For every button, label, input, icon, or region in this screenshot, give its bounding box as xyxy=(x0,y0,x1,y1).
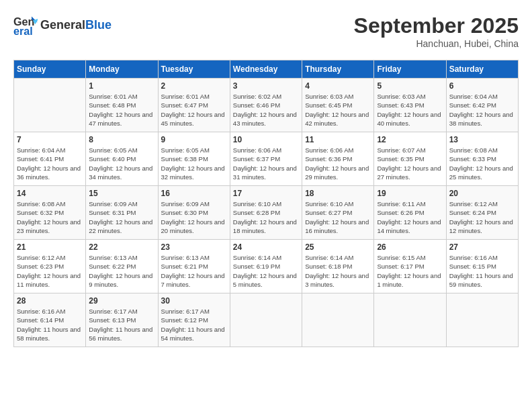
day-info: Sunrise: 6:06 AM Sunset: 6:36 PM Dayligh… xyxy=(305,146,371,181)
logo: Gen eral GeneralBlue xyxy=(13,13,112,38)
calendar-week-row: 1Sunrise: 6:01 AM Sunset: 6:48 PM Daylig… xyxy=(14,79,519,132)
day-of-week-header: Thursday xyxy=(302,60,374,79)
day-info: Sunrise: 6:01 AM Sunset: 6:47 PM Dayligh… xyxy=(161,92,227,128)
day-number: 29 xyxy=(89,296,154,306)
calendar-cell: 22Sunrise: 6:13 AM Sunset: 6:22 PM Dayli… xyxy=(86,240,158,293)
day-number: 11 xyxy=(305,135,371,144)
calendar-body: 1Sunrise: 6:01 AM Sunset: 6:48 PM Daylig… xyxy=(14,79,519,347)
day-number: 8 xyxy=(89,135,154,144)
day-info: Sunrise: 6:16 AM Sunset: 6:15 PM Dayligh… xyxy=(449,253,515,289)
day-info: Sunrise: 6:09 AM Sunset: 6:31 PM Dayligh… xyxy=(89,199,154,235)
day-info: Sunrise: 6:08 AM Sunset: 6:33 PM Dayligh… xyxy=(449,146,515,181)
day-number: 17 xyxy=(233,189,299,198)
day-number: 1 xyxy=(89,81,154,91)
day-info: Sunrise: 6:08 AM Sunset: 6:32 PM Dayligh… xyxy=(17,199,83,235)
day-number: 25 xyxy=(305,242,371,252)
calendar-cell: 11Sunrise: 6:06 AM Sunset: 6:36 PM Dayli… xyxy=(302,132,374,186)
calendar-cell: 20Sunrise: 6:12 AM Sunset: 6:24 PM Dayli… xyxy=(446,186,518,240)
calendar-cell: 8Sunrise: 6:05 AM Sunset: 6:40 PM Daylig… xyxy=(86,132,158,186)
calendar-cell: 5Sunrise: 6:03 AM Sunset: 6:43 PM Daylig… xyxy=(374,79,446,132)
calendar-week-row: 21Sunrise: 6:12 AM Sunset: 6:23 PM Dayli… xyxy=(14,240,519,293)
day-info: Sunrise: 6:17 AM Sunset: 6:12 PM Dayligh… xyxy=(161,307,227,342)
calendar-cell: 26Sunrise: 6:15 AM Sunset: 6:17 PM Dayli… xyxy=(374,240,446,293)
svg-text:eral: eral xyxy=(13,25,33,37)
day-number: 22 xyxy=(89,242,154,252)
calendar-cell: 27Sunrise: 6:16 AM Sunset: 6:15 PM Dayli… xyxy=(446,240,518,293)
day-info: Sunrise: 6:09 AM Sunset: 6:30 PM Dayligh… xyxy=(161,199,227,235)
day-of-week-row: SundayMondayTuesdayWednesdayThursdayFrid… xyxy=(14,60,519,79)
calendar-cell xyxy=(230,293,302,347)
calendar-cell: 12Sunrise: 6:07 AM Sunset: 6:35 PM Dayli… xyxy=(374,132,446,186)
day-number: 9 xyxy=(161,135,227,144)
day-number: 3 xyxy=(233,81,299,91)
day-number: 5 xyxy=(377,81,443,91)
day-of-week-header: Tuesday xyxy=(158,60,230,79)
calendar-cell: 4Sunrise: 6:03 AM Sunset: 6:45 PM Daylig… xyxy=(302,79,374,132)
day-number: 6 xyxy=(449,81,515,91)
day-number: 19 xyxy=(377,189,443,198)
day-number: 20 xyxy=(449,189,515,198)
day-info: Sunrise: 6:13 AM Sunset: 6:22 PM Dayligh… xyxy=(89,253,154,289)
calendar-cell: 24Sunrise: 6:14 AM Sunset: 6:19 PM Dayli… xyxy=(230,240,302,293)
day-number: 23 xyxy=(161,242,227,252)
day-info: Sunrise: 6:05 AM Sunset: 6:40 PM Dayligh… xyxy=(89,146,154,181)
day-info: Sunrise: 6:05 AM Sunset: 6:38 PM Dayligh… xyxy=(161,146,227,181)
day-number: 26 xyxy=(377,242,443,252)
calendar-cell: 15Sunrise: 6:09 AM Sunset: 6:31 PM Dayli… xyxy=(86,186,158,240)
calendar-cell: 6Sunrise: 6:04 AM Sunset: 6:42 PM Daylig… xyxy=(446,79,518,132)
day-number: 12 xyxy=(377,135,443,144)
day-info: Sunrise: 6:16 AM Sunset: 6:14 PM Dayligh… xyxy=(17,307,83,342)
day-info: Sunrise: 6:01 AM Sunset: 6:48 PM Dayligh… xyxy=(89,92,154,128)
day-info: Sunrise: 6:14 AM Sunset: 6:18 PM Dayligh… xyxy=(305,253,371,289)
day-number: 10 xyxy=(233,135,299,144)
day-info: Sunrise: 6:06 AM Sunset: 6:37 PM Dayligh… xyxy=(233,146,299,181)
calendar-cell: 2Sunrise: 6:01 AM Sunset: 6:47 PM Daylig… xyxy=(158,79,230,132)
calendar-cell: 7Sunrise: 6:04 AM Sunset: 6:41 PM Daylig… xyxy=(14,132,86,186)
day-of-week-header: Monday xyxy=(86,60,158,79)
day-info: Sunrise: 6:10 AM Sunset: 6:28 PM Dayligh… xyxy=(233,199,299,235)
day-of-week-header: Saturday xyxy=(446,60,518,79)
day-info: Sunrise: 6:07 AM Sunset: 6:35 PM Dayligh… xyxy=(377,146,443,181)
day-number: 24 xyxy=(233,242,299,252)
day-number: 30 xyxy=(161,296,227,306)
day-info: Sunrise: 6:04 AM Sunset: 6:41 PM Dayligh… xyxy=(17,146,83,181)
calendar-cell: 21Sunrise: 6:12 AM Sunset: 6:23 PM Dayli… xyxy=(14,240,86,293)
logo-line1: GeneralBlue xyxy=(40,18,112,33)
day-info: Sunrise: 6:15 AM Sunset: 6:17 PM Dayligh… xyxy=(377,253,443,289)
day-number: 15 xyxy=(89,189,154,198)
calendar-cell: 16Sunrise: 6:09 AM Sunset: 6:30 PM Dayli… xyxy=(158,186,230,240)
day-number: 2 xyxy=(161,81,227,91)
calendar-table: SundayMondayTuesdayWednesdayThursdayFrid… xyxy=(13,60,519,347)
page-header: Gen eral GeneralBlue September 2025 Hanc… xyxy=(13,13,519,49)
calendar-cell xyxy=(14,79,86,132)
calendar-cell: 25Sunrise: 6:14 AM Sunset: 6:18 PM Dayli… xyxy=(302,240,374,293)
calendar-week-row: 14Sunrise: 6:08 AM Sunset: 6:32 PM Dayli… xyxy=(14,186,519,240)
day-info: Sunrise: 6:17 AM Sunset: 6:13 PM Dayligh… xyxy=(89,307,154,342)
day-info: Sunrise: 6:12 AM Sunset: 6:24 PM Dayligh… xyxy=(449,199,515,235)
calendar-cell: 13Sunrise: 6:08 AM Sunset: 6:33 PM Dayli… xyxy=(446,132,518,186)
calendar-cell xyxy=(446,293,518,347)
day-info: Sunrise: 6:11 AM Sunset: 6:26 PM Dayligh… xyxy=(377,199,443,235)
calendar-cell: 29Sunrise: 6:17 AM Sunset: 6:13 PM Dayli… xyxy=(86,293,158,347)
day-number: 16 xyxy=(161,189,227,198)
day-number: 4 xyxy=(305,81,371,91)
day-info: Sunrise: 6:14 AM Sunset: 6:19 PM Dayligh… xyxy=(233,253,299,289)
calendar-cell xyxy=(302,293,374,347)
day-info: Sunrise: 6:03 AM Sunset: 6:45 PM Dayligh… xyxy=(305,92,371,128)
day-of-week-header: Friday xyxy=(374,60,446,79)
day-number: 13 xyxy=(449,135,515,144)
day-number: 28 xyxy=(17,296,83,306)
day-info: Sunrise: 6:04 AM Sunset: 6:42 PM Dayligh… xyxy=(449,92,515,128)
calendar-week-row: 28Sunrise: 6:16 AM Sunset: 6:14 PM Dayli… xyxy=(14,293,519,347)
calendar-cell: 18Sunrise: 6:10 AM Sunset: 6:27 PM Dayli… xyxy=(302,186,374,240)
day-info: Sunrise: 6:13 AM Sunset: 6:21 PM Dayligh… xyxy=(161,253,227,289)
logo-icon: Gen eral xyxy=(13,13,38,38)
calendar-cell: 30Sunrise: 6:17 AM Sunset: 6:12 PM Dayli… xyxy=(158,293,230,347)
month-title: September 2025 xyxy=(354,13,519,38)
day-info: Sunrise: 6:12 AM Sunset: 6:23 PM Dayligh… xyxy=(17,253,83,289)
day-info: Sunrise: 6:02 AM Sunset: 6:46 PM Dayligh… xyxy=(233,92,299,128)
title-block: September 2025 Hanchuan, Hubei, China xyxy=(354,13,519,49)
day-number: 14 xyxy=(17,189,83,198)
calendar-cell: 28Sunrise: 6:16 AM Sunset: 6:14 PM Dayli… xyxy=(14,293,86,347)
day-number: 18 xyxy=(305,189,371,198)
